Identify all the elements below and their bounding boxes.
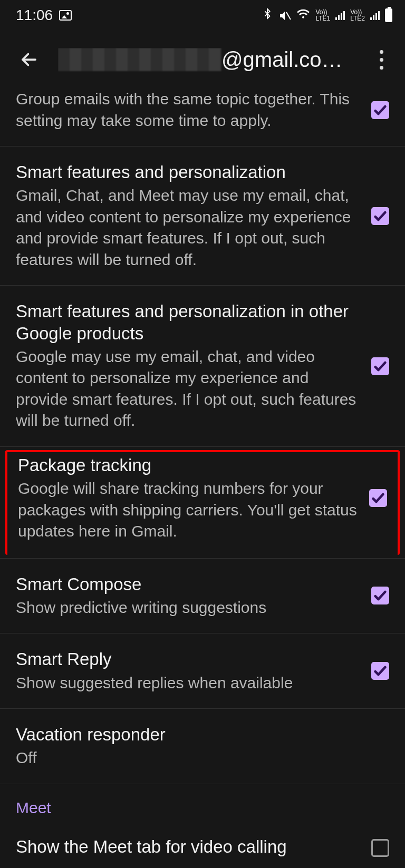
more-options-button[interactable] xyxy=(368,46,394,73)
setting-desc: Group emails with the same topic togethe… xyxy=(16,89,361,131)
bluetooth-icon xyxy=(262,8,273,23)
lte1-indicator: Vo)) LTE1 xyxy=(315,9,330,22)
status-left: 11:06 xyxy=(16,7,72,24)
checkbox-meet-tab[interactable] xyxy=(371,839,389,857)
checkbox-smart-reply[interactable] xyxy=(371,662,389,680)
status-bar: 11:06 Vo)) LTE1 Vo)) LTE2 xyxy=(0,0,405,31)
app-bar: @gmail.co… xyxy=(0,31,405,89)
check-icon xyxy=(373,359,388,374)
status-right: Vo)) LTE1 Vo)) LTE2 xyxy=(262,7,392,24)
setting-title: Smart features and personalization in ot… xyxy=(16,300,361,344)
checkbox-conversation[interactable] xyxy=(371,101,389,119)
battery-icon xyxy=(385,8,392,22)
setting-title: Smart features and personalization xyxy=(16,161,361,183)
highlight-wrap: Package tracking Google will share track… xyxy=(0,447,405,559)
setting-desc: Show suggested replies when available xyxy=(16,672,361,694)
setting-title: Show the Meet tab for video calling xyxy=(16,836,361,857)
back-button[interactable] xyxy=(16,46,42,73)
setting-conversation-view[interactable]: Group emails with the same topic togethe… xyxy=(0,89,405,147)
setting-smart-features[interactable]: Smart features and personalization Gmail… xyxy=(0,147,405,286)
checkbox-smart-features-other[interactable] xyxy=(371,357,389,375)
signal-bars-1-icon xyxy=(335,11,345,20)
check-icon xyxy=(373,209,388,223)
setting-desc: Google may use my email, chat, and video… xyxy=(16,346,361,432)
setting-desc: Off xyxy=(16,747,389,769)
signal-bars-2-icon xyxy=(370,11,380,20)
redacted-email-local xyxy=(58,48,221,71)
account-email[interactable]: @gmail.co… xyxy=(58,48,352,72)
setting-smart-compose[interactable]: Smart Compose Show predictive writing su… xyxy=(0,559,405,634)
setting-desc: Google will share tracking numbers for y… xyxy=(18,478,359,542)
setting-title: Smart Reply xyxy=(16,648,361,670)
more-vertical-icon xyxy=(380,48,383,72)
setting-vacation-responder[interactable]: Vacation responder Off xyxy=(0,709,405,784)
wifi-icon xyxy=(296,7,310,24)
checkbox-smart-features[interactable] xyxy=(371,207,389,225)
settings-list[interactable]: Group emails with the same topic togethe… xyxy=(0,89,405,857)
setting-package-tracking[interactable]: Package tracking Google will share track… xyxy=(5,450,400,555)
vibrate-mute-icon xyxy=(278,9,291,22)
setting-desc: Show predictive writing suggestions xyxy=(16,597,361,619)
account-email-domain: @gmail.co… xyxy=(221,48,343,72)
setting-smart-features-other[interactable]: Smart features and personalization in ot… xyxy=(0,286,405,447)
picture-icon xyxy=(59,10,72,21)
section-meet: Meet xyxy=(0,784,405,821)
arrow-left-icon xyxy=(20,50,38,69)
check-icon xyxy=(373,588,388,603)
setting-meet-tab[interactable]: Show the Meet tab for video calling xyxy=(0,821,405,857)
svg-line-0 xyxy=(286,12,291,19)
setting-title: Vacation responder xyxy=(16,724,389,745)
checkbox-package-tracking[interactable] xyxy=(369,489,387,507)
status-time: 11:06 xyxy=(16,7,53,24)
setting-title: Package tracking xyxy=(18,454,359,476)
check-icon xyxy=(373,103,388,118)
setting-title: Smart Compose xyxy=(16,573,361,595)
setting-smart-reply[interactable]: Smart Reply Show suggested replies when … xyxy=(0,633,405,709)
checkbox-smart-compose[interactable] xyxy=(371,587,389,604)
setting-desc: Gmail, Chat, and Meet may use my email, … xyxy=(16,185,361,270)
check-icon xyxy=(371,491,385,505)
lte2-indicator: Vo)) LTE2 xyxy=(350,9,365,22)
check-icon xyxy=(373,664,388,678)
